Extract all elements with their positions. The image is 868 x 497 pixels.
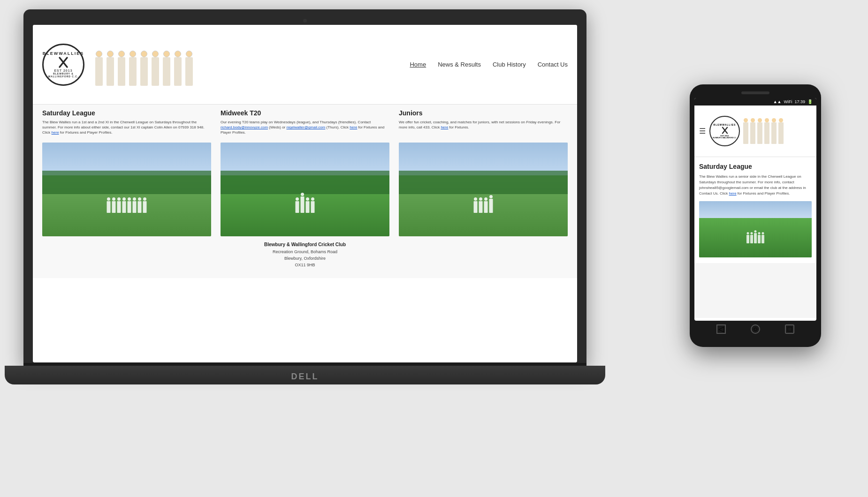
- phone-back-button[interactable]: ◁: [716, 324, 726, 334]
- content-columns: Saturday League The Blew Wallies run a 1…: [42, 109, 568, 136]
- player-5: [139, 51, 149, 86]
- address-line2: Blewbury, Oxfordshire: [284, 256, 326, 261]
- saturday-league-col: Saturday League The Blew Wallies run a 1…: [42, 109, 211, 136]
- juniors-text: We offer fun cricket, coaching, and matc…: [399, 120, 568, 130]
- hamburger-icon[interactable]: ☰: [699, 127, 706, 136]
- midweek-t20-col: Midweek T20 Our evening T20 teams play o…: [221, 109, 389, 136]
- website: BLEWWALLIES EST 2013 BLEWBURY & WALLINGF…: [33, 25, 577, 362]
- phone-player-1: [742, 118, 749, 144]
- back-icon: ◁: [718, 324, 724, 333]
- juniors-here-link[interactable]: here: [441, 125, 448, 129]
- phone-outer: ▲▲ WiFi 17:39 🔋 ☰ BLEWWALLIES: [690, 84, 821, 347]
- player-1: [94, 51, 104, 86]
- nav-contact[interactable]: Contact Us: [538, 61, 568, 68]
- phone-time: 17:39: [794, 99, 805, 104]
- site-nav: Home News & Results Club History Contact…: [410, 61, 568, 68]
- email-link-2[interactable]: nigelwalter@gmail.com: [286, 125, 325, 129]
- battery-icon: 🔋: [807, 99, 813, 104]
- phone-cp-2: [750, 235, 753, 243]
- saturday-here-link[interactable]: here: [52, 130, 59, 135]
- nav-news[interactable]: News & Results: [438, 61, 481, 68]
- phone-logo: BLEWWALLIES EST 2013 BLEWBURY & WALLINGF…: [709, 116, 740, 146]
- phone-home-bar: ◁ ○ □: [694, 321, 816, 337]
- site-header: BLEWWALLIES EST 2013 BLEWBURY & WALLINGF…: [33, 25, 577, 105]
- player-4: [128, 51, 138, 86]
- wifi-icon: WiFi: [784, 99, 792, 104]
- player-9: [184, 51, 194, 86]
- address-line1: Recreation Ground, Bohams Road: [273, 249, 337, 254]
- phone-logo-bottom: BLEWBURY & WALLINGFORD C.C.: [713, 137, 736, 139]
- laptop-camera: [303, 19, 307, 23]
- photo-2: [221, 143, 389, 236]
- phone-player-3: [756, 118, 763, 144]
- phone-speaker: [741, 91, 769, 94]
- site-main: Saturday League The Blew Wallies run a 1…: [33, 105, 577, 278]
- phone-team-illus: [742, 118, 784, 144]
- phone-here-link[interactable]: here: [729, 191, 737, 196]
- midweek-here-link[interactable]: here: [350, 125, 357, 129]
- scene: BLEWWALLIES EST 2013 BLEWBURY & WALLINGF…: [0, 0, 868, 497]
- saturday-league-text: The Blew Wallies run a 1st and a 2nd XI …: [42, 120, 211, 136]
- laptop-base: [5, 366, 605, 384]
- logo-est: EST 2013: [54, 69, 72, 72]
- middle-col: Blewbury & Wallingford Cricket Club Recr…: [221, 143, 389, 273]
- phone-cp-3: [754, 233, 757, 243]
- phone-player-5: [770, 118, 777, 144]
- player-7: [161, 51, 172, 86]
- phone-logo-bats-icon: [720, 126, 730, 135]
- laptop-screen: BLEWWALLIES EST 2013 BLEWBURY & WALLINGF…: [33, 25, 577, 362]
- logo-text-bottom: BLEWBURY & WALLINGFORD C.C.: [44, 72, 83, 78]
- player-6: [150, 51, 160, 86]
- phone-recent-button[interactable]: □: [785, 324, 794, 334]
- logo-text-top: BLEWWALLIES: [43, 51, 84, 56]
- juniors-title: Juniors: [399, 109, 568, 117]
- club-name: Blewbury & Wallingford Cricket Club: [221, 241, 389, 248]
- saturday-league-title: Saturday League: [42, 109, 211, 117]
- phone-cp-4: [758, 235, 761, 243]
- phone-photo: [699, 201, 812, 257]
- logo-cricket-bats-icon: [56, 56, 71, 69]
- phone-website: ☰ BLEWWALLIES EST 2013 BLEWBURY & WALLIN…: [694, 105, 816, 318]
- photo-columns: Blewbury & Wallingford Cricket Club Recr…: [42, 143, 568, 273]
- photo-1: [42, 143, 211, 236]
- phone-content: Saturday League The Blew Wallies run a s…: [694, 157, 816, 263]
- nav-home[interactable]: Home: [410, 61, 426, 68]
- team-illustration: [94, 44, 194, 86]
- midweek-t20-title: Midweek T20: [221, 109, 389, 117]
- recent-icon: □: [787, 325, 792, 333]
- player-2: [105, 51, 115, 86]
- midweek-t20-text: Our evening T20 teams play on Wednesdays…: [221, 120, 389, 136]
- logo-area: BLEWWALLIES EST 2013 BLEWBURY & WALLINGF…: [42, 44, 194, 86]
- juniors-col: Juniors We offer fun cricket, coaching, …: [399, 109, 568, 136]
- player-8: [173, 51, 183, 86]
- phone-section-text: The Blew Wallies run a senior side in th…: [699, 174, 812, 196]
- phone-player-6: [777, 118, 784, 144]
- address-block: Blewbury & Wallingford Cricket Club Recr…: [221, 236, 389, 273]
- phone-cp-5: [761, 235, 764, 243]
- phone-status-bar: ▲▲ WiFi 17:39 🔋: [694, 98, 816, 105]
- signal-icon: ▲▲: [773, 99, 782, 104]
- phone-home-button[interactable]: ○: [751, 324, 760, 334]
- phone-player-2: [749, 118, 756, 144]
- photo-3: [399, 143, 568, 236]
- phone-player-4: [763, 118, 770, 144]
- logo: BLEWWALLIES EST 2013 BLEWBURY & WALLINGF…: [42, 44, 84, 86]
- home-icon: ○: [753, 325, 758, 333]
- laptop-body: BLEWWALLIES EST 2013 BLEWBURY & WALLINGF…: [23, 9, 586, 366]
- phone-section-title: Saturday League: [699, 163, 812, 170]
- nav-history[interactable]: Club History: [493, 61, 526, 68]
- phone-screen: ▲▲ WiFi 17:39 🔋 ☰ BLEWWALLIES: [694, 98, 816, 321]
- address-postcode: OX11 9HB: [295, 263, 315, 267]
- phone: ▲▲ WiFi 17:39 🔋 ☰ BLEWWALLIES: [690, 84, 821, 347]
- email-link-1[interactable]: richard.body@innovyze.com: [221, 125, 268, 129]
- player-3: [116, 51, 127, 86]
- phone-site-header: ☰ BLEWWALLIES EST 2013 BLEWBURY & WALLIN…: [694, 105, 816, 157]
- phone-cp-1: [746, 235, 749, 243]
- laptop: BLEWWALLIES EST 2013 BLEWBURY & WALLINGF…: [23, 9, 586, 384]
